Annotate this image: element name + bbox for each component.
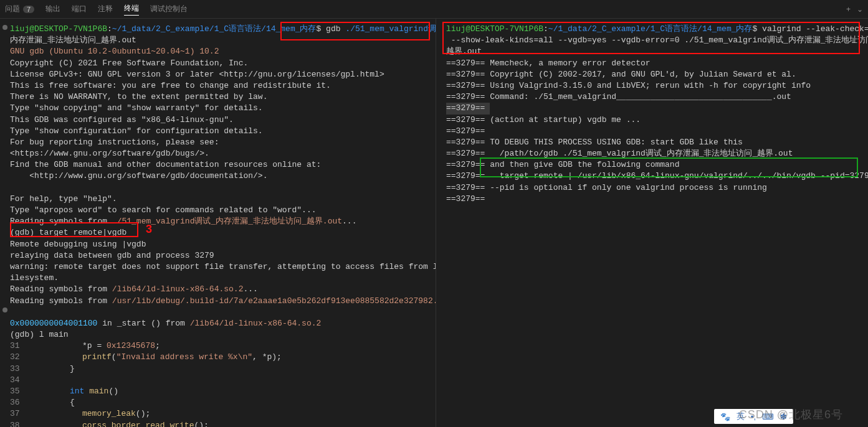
problems-count-badge: 7	[23, 6, 34, 13]
tab-problems[interactable]: 问题7	[5, 4, 34, 14]
gutter-dot	[2, 25, 7, 30]
new-terminal-icon[interactable]: +	[846, 5, 851, 14]
annotation-label-3: 3	[146, 223, 152, 236]
tab-output[interactable]: 输出	[45, 4, 60, 14]
tab-comments[interactable]: 注释	[98, 4, 113, 14]
terminal-right-pane[interactable]: liuj@DESKTOP-7VN1P6B:~/1_data/2_C_exampl…	[436, 19, 868, 427]
gutter-dot	[2, 307, 7, 312]
watermark: CSDN @北极星6号	[739, 407, 843, 422]
tab-terminal[interactable]: 终端	[124, 3, 139, 16]
ime-paw-icon[interactable]: 🐾	[720, 412, 730, 421]
terminal-dropdown-icon[interactable]: ⌄	[857, 5, 863, 14]
tab-ports[interactable]: 端口	[72, 4, 87, 14]
tab-debug-console[interactable]: 调试控制台	[150, 4, 188, 14]
panel-tabbar: 问题7 输出 端口 注释 终端 调试控制台 + ⌄	[0, 0, 868, 19]
terminal-left-pane[interactable]: liuj@DESKTOP-7VN1P6B:~/1_data/2_C_exampl…	[0, 19, 436, 427]
